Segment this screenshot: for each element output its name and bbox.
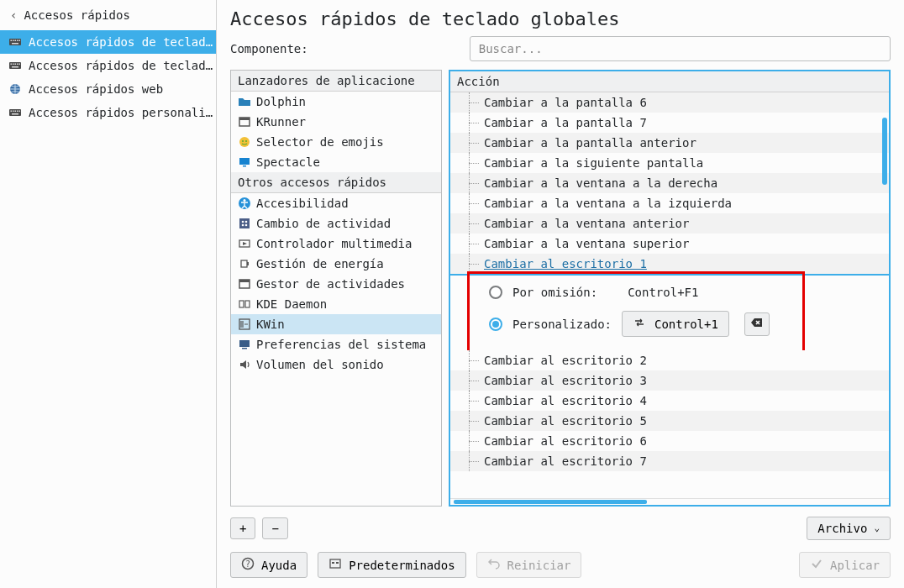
sidebar-back[interactable]: ‹ Accesos rápidos [0,0,216,30]
apply-label: Aplicar [830,559,880,572]
media-icon [238,237,251,250]
folder-icon [238,95,251,108]
sidebar-item[interactable]: Accesos rápidos de teclad… [0,30,216,54]
action-item[interactable]: Cambiar al escritorio 4 [450,391,889,411]
sidebar-item[interactable]: Accesos rápidos de teclad… [0,54,216,77]
remove-button[interactable]: − [262,517,287,539]
component-item-label: Gestor de actividades [256,277,405,291]
defaults-icon [328,557,342,573]
svg-rect-23 [239,118,250,120]
component-item[interactable]: Preferencias del sistema [231,334,441,354]
component-item[interactable]: Spectacle [231,152,441,172]
help-button[interactable]: ? Ayuda [230,552,307,578]
component-item[interactable]: KDE Daemon [231,294,441,314]
svg-rect-4 [17,40,18,42]
action-header: Acción [450,71,889,92]
component-item[interactable]: KWin [231,314,441,334]
sidebar-item-label: Accesos rápidos personali… [29,106,213,119]
action-item[interactable]: Cambiar a la ventana superior [450,234,889,254]
add-button[interactable]: + [230,517,255,539]
tree-connector-icon [469,254,481,274]
svg-rect-8 [11,64,13,66]
action-item[interactable]: Cambiar a la siguiente pantalla [450,153,889,173]
reset-button: Reiniciar [476,552,582,578]
activity-icon [238,217,251,230]
action-item[interactable]: Cambiar al escritorio 2 [450,350,889,370]
action-item[interactable]: Cambiar al escritorio 6 [450,431,889,451]
scrollbar-thumb-horizontal[interactable] [454,500,647,504]
sidebar-item-label: Accesos rápidos web [29,82,163,96]
action-tree[interactable]: Acción Cambiar a la pantalla 6Cambiar a … [449,70,891,507]
svg-point-35 [245,224,248,227]
chevron-down-icon: ⌄ [874,522,880,533]
component-item-label: Gestión de energía [256,257,384,270]
action-item[interactable]: Cambiar a la pantalla 6 [450,92,889,113]
component-item[interactable]: Accesibilidad [231,193,441,213]
default-shortcut-row[interactable]: Por omisión: Control+F1 [489,286,874,299]
component-item[interactable]: Selector de emojis [231,132,441,152]
settings-icon [238,338,251,351]
action-item[interactable]: Cambiar a la pantalla anterior [450,133,889,153]
component-item[interactable]: Dolphin [231,92,441,112]
clear-shortcut-button[interactable] [744,312,770,336]
file-menu-label: Archivo [817,522,867,535]
component-item[interactable]: Volumen del sonido [231,354,441,375]
component-item[interactable]: KRunner [231,112,441,132]
radio-default[interactable] [489,286,502,299]
component-item-label: KRunner [256,115,306,129]
svg-rect-3 [15,40,17,42]
component-item[interactable]: Controlador multimedia [231,234,441,254]
kwin-icon [238,318,251,331]
scrollbar-horizontal[interactable] [450,498,889,505]
action-item[interactable]: Cambiar al escritorio 1 [450,254,889,276]
tree-connector-icon [469,234,481,254]
svg-rect-1 [11,40,13,42]
action-item[interactable]: Cambiar a la ventana anterior [450,213,889,234]
svg-point-24 [239,137,250,147]
tree-connector-icon [469,370,481,391]
daemon-icon [238,297,251,311]
component-item[interactable]: Gestión de energía [231,254,441,274]
file-menu-button[interactable]: Archivo ⌄ [807,517,891,540]
component-item-label: Accesibilidad [256,197,349,210]
apply-button: Aplicar [799,552,891,578]
sidebar-item[interactable]: Accesos rápidos personali… [0,101,216,124]
action-item[interactable]: Cambiar al escritorio 3 [450,370,889,391]
svg-rect-17 [13,111,14,113]
swap-icon [633,316,646,332]
component-tree[interactable]: Lanzadores de aplicacioneDolphinKRunnerS… [230,70,442,507]
action-item[interactable]: Cambiar a la pantalla 7 [450,113,889,133]
shortcut-capture-button[interactable]: Control+1 [622,311,729,337]
default-label: Por omisión: [512,286,597,299]
sidebar-item[interactable]: Accesos rápidos web [0,77,216,101]
chevron-left-icon: ‹ [10,8,17,22]
component-item[interactable]: Gestor de actividades [231,274,441,294]
svg-rect-16 [11,111,13,113]
search-input[interactable] [470,36,891,61]
svg-rect-38 [247,262,249,265]
svg-rect-11 [17,64,18,66]
svg-point-25 [242,140,244,142]
action-item[interactable]: Cambiar a la ventana a la derecha [450,173,889,193]
action-item[interactable]: Cambiar a la ventana a la izquierda [450,193,889,213]
svg-rect-10 [15,64,17,66]
radio-custom[interactable] [489,318,502,331]
action-item[interactable]: Cambiar al escritorio 7 [450,451,889,471]
module-sidebar: ‹ Accesos rápidos Accesos rápidos de tec… [0,0,217,588]
svg-rect-49 [332,562,334,564]
custom-shortcut-row[interactable]: Personalizado: Control+1 [489,311,874,337]
defaults-button[interactable]: Predeterminados [318,552,465,578]
svg-rect-0 [9,39,21,45]
tree-connector-icon [469,153,481,173]
svg-rect-5 [19,40,21,42]
svg-rect-40 [239,280,250,282]
scrollbar-thumb-vertical[interactable] [882,118,887,185]
action-item[interactable]: Cambiar al escritorio 5 [450,411,889,431]
emoji-icon [238,135,251,149]
default-value: Control+F1 [628,286,698,299]
component-item[interactable]: Cambio de actividad [231,213,441,234]
tree-connector-icon [469,133,481,153]
svg-rect-12 [19,64,21,66]
help-label: Ayuda [261,559,297,572]
svg-rect-31 [239,218,250,228]
